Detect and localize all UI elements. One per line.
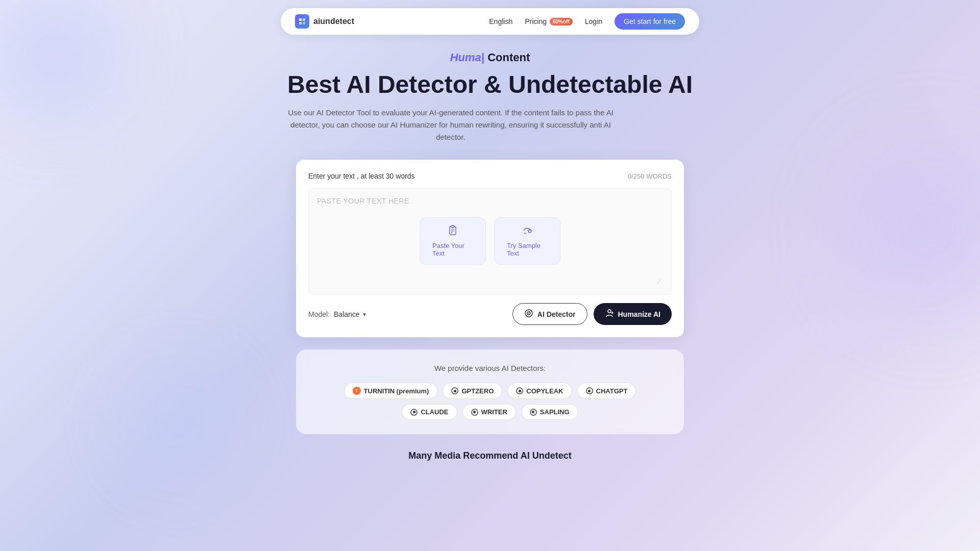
chip-icon-chatgpt	[586, 387, 593, 394]
detector-chip-sapling[interactable]: SAPLING	[521, 404, 578, 420]
chip-icon-sapling	[530, 409, 537, 416]
nav-login[interactable]: Login	[585, 17, 602, 26]
hero-description: Use our AI Detector Tool to evaluate you…	[287, 107, 614, 143]
text-placeholder: PASTE YOUR TEXT HERE	[317, 197, 409, 205]
action-buttons-row: AI Detector Humanize AI	[512, 303, 672, 325]
detector-chip-copyleak[interactable]: COPYLEAK	[507, 383, 572, 399]
resize-handle: ⟋	[317, 275, 663, 286]
detectors-section: We provide various AI Detectors: TTURNIT…	[296, 349, 684, 434]
nav-links: English Pricing 60%off Login Get start f…	[489, 13, 685, 30]
dropdown-arrow-icon: ▾	[363, 311, 366, 318]
logo-icon	[295, 14, 309, 29]
sample-text-label: Try Sample Text	[507, 242, 548, 257]
ai-detector-button[interactable]: AI Detector	[512, 303, 587, 325]
pricing-nav-item[interactable]: Pricing 60%off	[525, 17, 573, 26]
model-label: Model:	[308, 310, 330, 318]
nav-english[interactable]: English	[489, 17, 512, 26]
chip-label-copyleak: COPYLEAK	[526, 387, 563, 395]
svg-point-13	[608, 310, 611, 313]
paste-icon	[447, 225, 458, 239]
logo-text: aiundetect	[313, 17, 354, 26]
chip-label-claude: CLAUDE	[421, 408, 448, 416]
recommend-section: Many Media Recommend AI Undetect	[408, 450, 571, 461]
text-area-label: Enter your text , at least 30 words	[308, 172, 415, 180]
paste-text-card[interactable]: Paste Your Text	[420, 217, 486, 265]
nav-pricing: Pricing	[525, 17, 547, 26]
chip-label-turnitin: TURNITIN (premium)	[364, 387, 429, 395]
chip-label-writer: WRITER	[481, 408, 507, 416]
logo[interactable]: aiundetect	[295, 14, 354, 29]
model-value: Balance	[334, 310, 360, 318]
hero-title: Best AI Detector & Undetectable AI	[287, 70, 693, 98]
recommend-text: Many Media Recommend AI Undetect	[408, 450, 571, 461]
svg-rect-1	[303, 18, 305, 21]
chip-icon-copyleak	[516, 387, 523, 394]
detector-chip-writer[interactable]: WRITER	[462, 404, 516, 420]
model-dropdown[interactable]: Balance ▾	[334, 310, 366, 318]
chip-icon-turnitin: T	[353, 387, 361, 395]
humanize-label: Humanize AI	[618, 310, 661, 318]
text-area-header: Enter your text , at least 30 words 0/25…	[308, 172, 672, 180]
bottom-controls: Model: Balance ▾ AI Detector	[308, 303, 672, 325]
paste-text-label: Paste Your Text	[432, 242, 473, 257]
detector-chip-turnitin[interactable]: TTURNITIN (premium)	[344, 383, 438, 399]
hero-section: Huma| Content Best AI Detector & Undetec…	[287, 51, 693, 143]
chip-label-gptzero: GPTZERO	[461, 387, 494, 395]
svg-point-12	[528, 313, 529, 314]
hero-subtitle-content: Content	[487, 51, 530, 64]
chip-label-sapling: SAPLING	[540, 408, 570, 416]
text-input-container: Enter your text , at least 30 words 0/25…	[296, 160, 684, 337]
svg-rect-0	[299, 18, 302, 21]
pricing-off-badge: 60%off	[550, 18, 573, 26]
detector-chip-chatgpt[interactable]: CHATGPT	[577, 383, 636, 399]
text-input-area[interactable]: PASTE YOUR TEXT HERE Paste Your Text	[308, 188, 672, 295]
chip-icon-claude	[410, 409, 418, 416]
ai-detector-icon	[524, 309, 533, 319]
chip-icon-gptzero	[451, 387, 458, 394]
detector-chip-gptzero[interactable]: GPTZERO	[443, 383, 502, 399]
svg-rect-3	[303, 22, 305, 24]
chip-icon-writer	[471, 409, 478, 416]
detectors-title: We provide various AI Detectors:	[316, 364, 664, 372]
model-select: Model: Balance ▾	[308, 310, 366, 318]
svg-rect-2	[299, 22, 302, 24]
word-count: 0/250 WORDS	[628, 172, 672, 180]
hero-subtitle-human: Huma|	[450, 51, 484, 64]
get-start-button[interactable]: Get start for free	[615, 13, 685, 30]
navbar: aiundetect English Pricing 60%off Login …	[281, 8, 699, 35]
ai-detector-label: AI Detector	[537, 310, 576, 318]
detector-chip-claude[interactable]: CLAUDE	[402, 404, 457, 420]
sample-icon	[522, 225, 533, 239]
hero-subtitle: Huma| Content	[287, 51, 693, 64]
action-buttons: Paste Your Text Try Sample Text	[317, 217, 663, 265]
svg-rect-5	[451, 226, 454, 228]
detector-chips: TTURNITIN (premium)GPTZEROCOPYLEAKCHATGP…	[316, 383, 664, 420]
chip-label-chatgpt: CHATGPT	[596, 387, 628, 395]
humanize-button[interactable]: Humanize AI	[594, 303, 672, 325]
main-content: Huma| Content Best AI Detector & Undetec…	[0, 0, 980, 461]
sample-text-card[interactable]: Try Sample Text	[494, 217, 560, 265]
humanize-icon	[605, 309, 614, 319]
